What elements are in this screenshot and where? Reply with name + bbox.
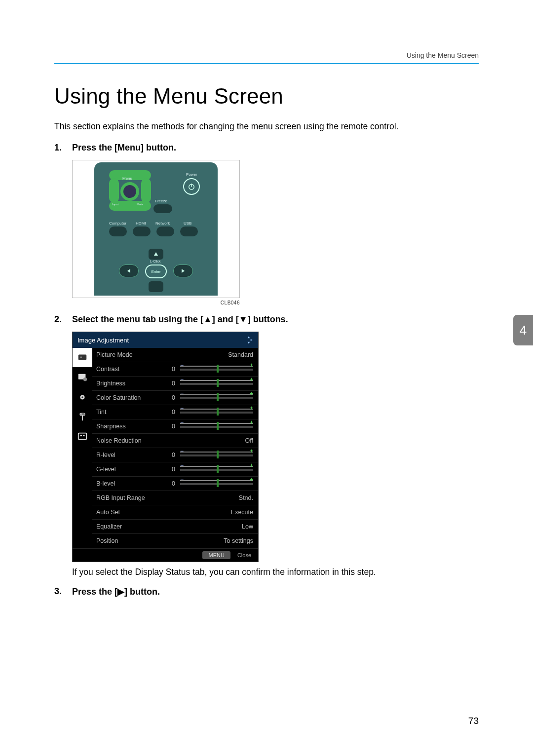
remote-network-button <box>156 227 174 236</box>
remote-enter-label: Enter <box>151 269 160 274</box>
osd-slider: −+ <box>180 380 253 387</box>
osd-tab-strip: USB <box>73 348 92 548</box>
network-icon <box>77 431 88 442</box>
slider-minus-icon: − <box>180 405 184 412</box>
running-header: Using the Menu Screen <box>407 51 479 59</box>
display-settings-icon <box>77 372 88 383</box>
osd-row: Brightness0−+ <box>92 377 258 391</box>
osd-row-label: Noise Reduction <box>96 437 160 444</box>
page-number: 73 <box>468 716 479 726</box>
svg-rect-8 <box>78 354 87 360</box>
osd-row: R-level0−+ <box>92 448 258 462</box>
slider-plus-icon: + <box>250 362 253 369</box>
remote-dpad: L-Click Enter <box>119 249 193 293</box>
svg-marker-3 <box>127 269 130 273</box>
slider-plus-icon: + <box>250 405 253 412</box>
slider-plus-icon: + <box>250 419 253 426</box>
osd-row-label: B-level <box>96 480 160 487</box>
step-3-title: Press the [▶] button. <box>72 586 479 597</box>
osd-tab-network <box>73 427 92 447</box>
remote-freeze-label: Freeze <box>155 199 167 203</box>
osd-tab-display <box>73 368 92 387</box>
osd-row-label: Position <box>96 537 160 544</box>
remote-down-button <box>149 281 163 292</box>
osd-slider: −+ <box>180 409 253 416</box>
nav-arrows-icon <box>244 336 253 344</box>
osd-row: Contrast0−+ <box>92 362 258 377</box>
slider-plus-icon: + <box>250 462 253 469</box>
svg-point-9 <box>80 356 82 358</box>
osd-slider: −+ <box>180 423 253 430</box>
header-rule <box>54 63 479 64</box>
remote-network-label: Network <box>155 221 170 226</box>
osd-row: G-level0−+ <box>92 462 258 477</box>
svg-marker-5 <box>248 337 250 339</box>
svg-rect-18 <box>80 435 82 436</box>
step-1-title: Press the [Menu] button. <box>72 143 479 153</box>
osd-row: Picture ModeStandard <box>92 348 258 362</box>
osd-row-value: 0 <box>160 423 175 430</box>
remote-enter-button: Enter <box>145 265 167 278</box>
svg-marker-4 <box>182 269 185 273</box>
osd-row-label: Sharpness <box>96 423 160 430</box>
osd-slider: −+ <box>180 394 253 401</box>
svg-marker-2 <box>154 252 158 256</box>
osd-row-rhs: Standard <box>160 351 253 358</box>
arrow-left-icon <box>126 268 131 273</box>
osd-title-bar: Image Adjustment <box>73 332 258 348</box>
osd-row-label: R-level <box>96 452 160 458</box>
slider-minus-icon: − <box>180 448 184 454</box>
remote-power-button <box>183 178 200 195</box>
remote-computer-label: Computer <box>109 221 126 226</box>
osd-row-label: Tint <box>96 409 160 416</box>
osd-row-rhs: Stnd. <box>160 494 253 501</box>
power-icon <box>187 182 196 191</box>
osd-row-label: RGB Input Range <box>96 494 160 501</box>
remote-freeze-button <box>153 204 172 213</box>
svg-point-13 <box>81 396 83 398</box>
remote-lclick-label: L-Click <box>150 260 160 263</box>
osd-row-value: 0 <box>160 366 175 373</box>
slider-plus-icon: + <box>250 476 253 483</box>
svg-point-11 <box>83 378 87 381</box>
osd-row-rhs: To settings <box>160 537 253 544</box>
step-2-title: Select the menu tab using the [▲] and [▼… <box>72 314 479 325</box>
remote-up-button <box>149 249 163 260</box>
osd-slider: −+ <box>180 452 253 458</box>
slider-minus-icon: − <box>180 362 184 369</box>
osd-menu: Image Adjustment <box>72 332 259 562</box>
osd-row-label: Color Saturation <box>96 394 160 401</box>
osd-row: Sharpness0−+ <box>92 419 258 434</box>
image-adjust-icon <box>77 352 88 363</box>
arrow-up-icon <box>153 252 158 257</box>
step-2-body: If you select the Display Status tab, yo… <box>72 567 479 577</box>
svg-text:USB: USB <box>80 413 84 416</box>
osd-row-value: 0 <box>160 452 175 458</box>
osd-row: B-level0−+ <box>92 477 258 491</box>
osd-row-label: Picture Mode <box>96 351 160 358</box>
remote-input-label: Input <box>112 203 118 206</box>
figure-1-caption: CLB046 <box>72 300 240 305</box>
osd-row-value: 0 <box>160 409 175 416</box>
osd-row-value: 0 <box>160 394 175 401</box>
remote-hdmi-button <box>133 227 151 236</box>
remote-computer-button <box>109 227 127 236</box>
osd-row: Auto SetExecute <box>92 505 258 520</box>
osd-row: EqualizerLow <box>92 520 258 534</box>
step-2: Select the menu tab using the [▲] and [▼… <box>72 314 479 577</box>
slider-minus-icon: − <box>180 476 184 483</box>
osd-footer-menu-button: MENU <box>202 551 230 559</box>
osd-row-label: Brightness <box>96 380 160 387</box>
remote-left-button <box>119 265 139 277</box>
osd-row-rhs: Execute <box>160 509 253 516</box>
osd-row-label: Contrast <box>96 366 160 373</box>
slider-plus-icon: + <box>250 448 253 454</box>
svg-rect-19 <box>83 435 85 436</box>
osd-row: RGB Input RangeStnd. <box>92 491 258 505</box>
osd-row-label: Equalizer <box>96 523 160 530</box>
osd-row: Tint0−+ <box>92 405 258 419</box>
osd-items-list: Picture ModeStandardContrast0−+Brightnes… <box>92 348 258 548</box>
intro-text: This section explains the methods for ch… <box>54 121 479 132</box>
remote-usb-label: USB <box>184 221 191 226</box>
gear-icon <box>77 392 88 403</box>
